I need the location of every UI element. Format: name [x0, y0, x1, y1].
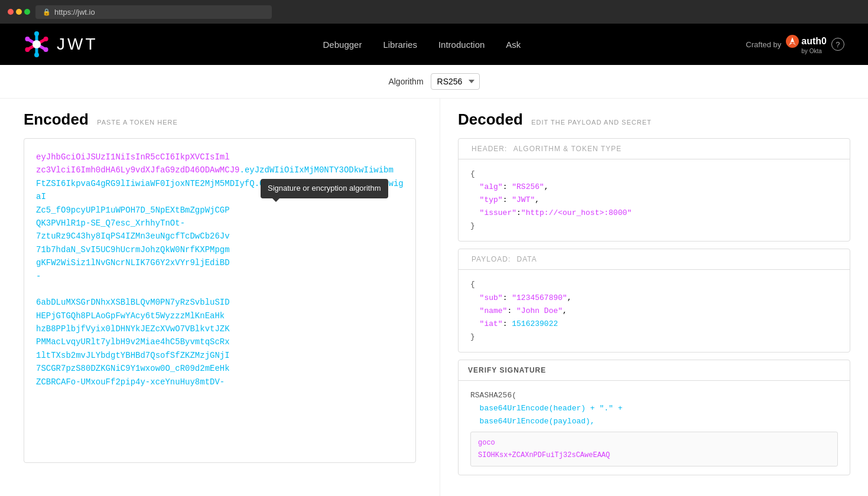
- auth0-text: auth0: [801, 36, 827, 47]
- encoded-title: Encoded: [24, 110, 89, 128]
- lock-icon: 🔒: [43, 8, 51, 16]
- auth0-icon: [786, 35, 799, 48]
- svg-point-2: [24, 9, 30, 15]
- decoded-title: Decoded: [458, 110, 523, 128]
- decoded-title-row: Decoded EDIT THE PAYLOAD AND SECRET: [458, 110, 850, 129]
- algorithm-label: Algorithm: [388, 77, 423, 86]
- main-content: Encoded PASTE A TOKEN HERE Signature or …: [0, 99, 868, 496]
- payload-section-label: PAYLOAD: DATA: [459, 249, 850, 270]
- crafted-by: Crafted by auth0 by Okta ?: [746, 35, 844, 54]
- window-buttons: [7, 8, 31, 15]
- decoded-panel: Decoded EDIT THE PAYLOAD AND SECRET HEAD…: [440, 99, 868, 496]
- nav-ask[interactable]: Ask: [506, 40, 521, 50]
- header-section-body[interactable]: { "alg": "RS256", "typ": "JWT", "issuer"…: [459, 159, 850, 241]
- url-text: https://jwt.io: [54, 8, 95, 17]
- browser-controls: [7, 8, 31, 15]
- url-bar[interactable]: 🔒 https://jwt.io: [35, 5, 272, 19]
- token-dot-1: .: [239, 165, 244, 175]
- svg-point-6: [34, 31, 39, 36]
- encoded-subtitle: PASTE A TOKEN HERE: [97, 119, 178, 126]
- svg-point-0: [8, 9, 14, 15]
- svg-point-11: [44, 37, 48, 41]
- crafted-by-text: Crafted by: [746, 40, 781, 49]
- verify-section-body: RSASHA256( base64UrlEncode(header) + "."…: [459, 381, 850, 475]
- tooltip: Signature or encryption algorithm: [261, 179, 388, 198]
- algorithm-bar: Algorithm HS256 RS256: [0, 65, 868, 99]
- nav-links: Debugger Libraries Introduction Ask: [323, 40, 521, 50]
- browser-bar: 🔒 https://jwt.io: [0, 0, 868, 24]
- svg-point-10: [25, 47, 30, 52]
- verify-section: VERIFY SIGNATURE RSASHA256( base64UrlEnc…: [458, 360, 850, 475]
- decoded-subtitle: EDIT THE PAYLOAD AND SECRET: [531, 119, 651, 126]
- public-key-box[interactable]: goco SIOHKsx+ZCAXnPDFuiTj32sCAweEAAQ: [470, 432, 838, 466]
- svg-point-7: [34, 53, 39, 57]
- token-dot-2: .: [255, 179, 259, 188]
- header-section-label: HEADER: ALGORITHM & TOKEN TYPE: [459, 139, 850, 159]
- svg-point-1: [16, 9, 22, 15]
- nav-introduction[interactable]: Introduction: [438, 40, 485, 50]
- nav-debugger[interactable]: Debugger: [323, 40, 362, 50]
- help-button[interactable]: ?: [831, 38, 844, 51]
- auth0-logo: auth0: [786, 35, 827, 48]
- payload-section-body[interactable]: { "sub": "1234567890", "name": "John Doe…: [459, 270, 850, 351]
- token-sig-text: OiW23p89BvO3TRP6nq8RYmD44iwigaIZc5_fO9pc…: [36, 179, 404, 387]
- token-box[interactable]: Signature or encryption algorithm eyJhbG…: [24, 138, 416, 463]
- svg-point-8: [25, 37, 30, 41]
- by-okta-text: by Okta: [801, 48, 821, 54]
- verify-section-label: VERIFY SIGNATURE: [459, 360, 850, 381]
- svg-point-9: [44, 47, 48, 52]
- payload-section: PAYLOAD: DATA { "sub": "1234567890", "na…: [458, 249, 850, 352]
- logo: JWT: [24, 31, 98, 57]
- jwt-logo-icon: [24, 31, 50, 57]
- algorithm-select[interactable]: HS256 RS256: [431, 73, 480, 90]
- token-header-text: eyJhbGciOiJSUzI1NiIsInR5cCI6IkpXVCIsImlz…: [36, 152, 239, 175]
- encoded-panel: Encoded PASTE A TOKEN HERE Signature or …: [0, 99, 440, 496]
- svg-point-12: [32, 40, 41, 48]
- header-section: HEADER: ALGORITHM & TOKEN TYPE { "alg": …: [458, 138, 850, 242]
- header: JWT Debugger Libraries Introduction Ask …: [0, 24, 868, 65]
- nav-libraries[interactable]: Libraries: [383, 40, 417, 50]
- encoded-title-row: Encoded PASTE A TOKEN HERE: [24, 110, 416, 129]
- logo-text: JWT: [57, 35, 98, 54]
